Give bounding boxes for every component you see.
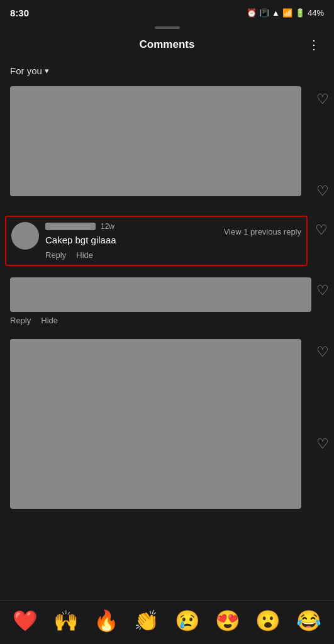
chevron-down-icon: ▾ — [45, 66, 49, 75]
filter-bar[interactable]: For you ▾ — [0, 60, 334, 84]
reply-button-2[interactable]: Reply — [45, 250, 66, 260]
like-column-3: ♡ — [311, 277, 334, 304]
likes-column-4: ♡ ♡ — [311, 339, 334, 457]
comment-row-2: 12w Cakep bgt gilaaa Reply Hide View 1 p… — [0, 214, 334, 267]
view-previous-reply[interactable]: View 1 previous reply — [224, 222, 301, 239]
emoji-fire[interactable]: 🔥 — [94, 609, 119, 633]
comment-main-2: 12w Cakep bgt gilaaa Reply Hide View 1 p… — [0, 214, 313, 267]
header: Comments ⋮ — [0, 29, 334, 60]
emoji-clap[interactable]: 👏 — [134, 609, 159, 633]
like-button-4-top[interactable]: ♡ — [316, 344, 329, 360]
comment-3-wrapper: Reply Hide — [10, 277, 311, 329]
comment-item-1: ♡ ♡ — [0, 84, 334, 207]
comment-content-2: 12w Cakep bgt gilaaa Reply Hide — [45, 222, 224, 260]
comment-content-block-1 — [10, 86, 301, 196]
emoji-bar: ❤️ 🙌 🔥 👏 😢 😍 😮 😂 — [0, 600, 334, 644]
username-placeholder-2 — [45, 223, 96, 230]
more-options-button[interactable]: ⋮ — [304, 35, 324, 55]
emoji-heart-eyes[interactable]: 😍 — [215, 609, 240, 633]
like-button-3[interactable]: ♡ — [316, 282, 329, 298]
wifi-icon: ▲ — [272, 8, 280, 18]
like-button-4-bottom[interactable]: ♡ — [316, 436, 329, 452]
emoji-heart[interactable]: ❤️ — [13, 609, 38, 633]
comment-actions-3: Reply Hide — [10, 312, 311, 329]
status-icons: ⏰ 📳 ▲ 📶 🔋 44% — [247, 8, 324, 18]
battery-percent: 44% — [308, 8, 324, 18]
comments-list: ♡ ♡ 12w Cakep bgt gilaaa Reply Hide — [0, 84, 334, 562]
comment-text-2: Cakep bgt gilaaa — [45, 233, 224, 247]
status-bar: 8:30 ⏰ 📳 ▲ 📶 🔋 44% — [0, 0, 334, 23]
emoji-raised-hands[interactable]: 🙌 — [53, 609, 79, 633]
reply-button-3[interactable]: Reply — [10, 316, 31, 325]
filter-label: For you — [10, 65, 42, 76]
likes-column-1: ♡ ♡ — [311, 86, 334, 204]
vibrate-icon: 📳 — [259, 8, 269, 18]
comment-time-2: 12w — [101, 222, 114, 231]
status-time: 8:30 — [10, 8, 29, 18]
comment-item-2-highlighted: 12w Cakep bgt gilaaa Reply Hide View 1 p… — [5, 216, 308, 266]
alarm-icon: ⏰ — [247, 8, 257, 18]
comment-content-block-4 — [10, 339, 301, 509]
comment-actions-2: Reply Hide — [45, 250, 224, 260]
like-button-1-bottom[interactable]: ♡ — [316, 183, 329, 199]
signal-icon: 📶 — [282, 8, 292, 18]
emoji-laugh[interactable]: 😂 — [296, 609, 321, 633]
comment-item-4: ♡ ♡ — [0, 336, 334, 511]
comment-meta-2: 12w — [45, 222, 224, 231]
emoji-wow[interactable]: 😮 — [255, 609, 281, 633]
hide-button-3[interactable]: Hide — [41, 316, 58, 325]
avatar-2 — [11, 222, 39, 250]
header-title: Comments — [140, 38, 195, 51]
comment-item-3: Reply Hide ♡ — [0, 275, 334, 331]
like-button-2[interactable]: ♡ — [313, 214, 334, 246]
like-button-1-top[interactable]: ♡ — [316, 91, 329, 108]
comment-content-block-3 — [10, 277, 311, 312]
emoji-cry[interactable]: 😢 — [175, 609, 200, 633]
hide-button-2[interactable]: Hide — [76, 250, 93, 260]
battery-icon: 🔋 — [295, 8, 305, 18]
